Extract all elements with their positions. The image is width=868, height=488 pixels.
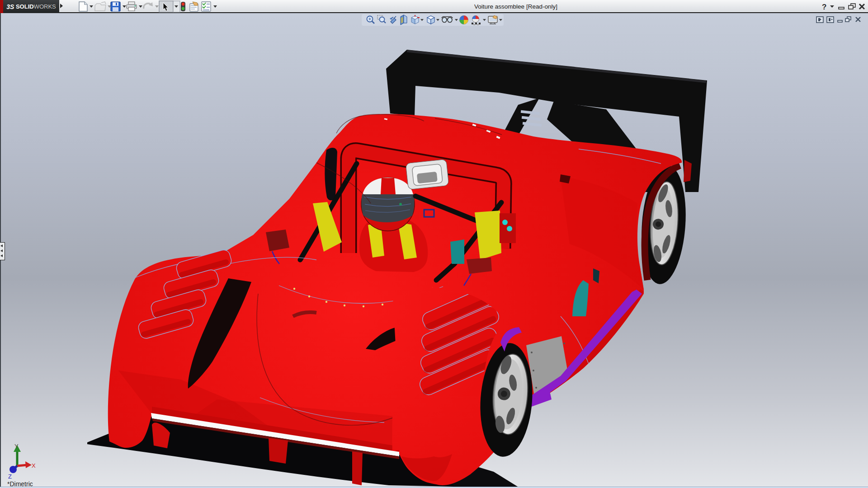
svg-text:Z: Z	[8, 473, 12, 480]
svg-text:Y: Y	[14, 443, 19, 450]
svg-text:?: ?	[822, 3, 826, 11]
svg-text:X: X	[32, 462, 36, 469]
